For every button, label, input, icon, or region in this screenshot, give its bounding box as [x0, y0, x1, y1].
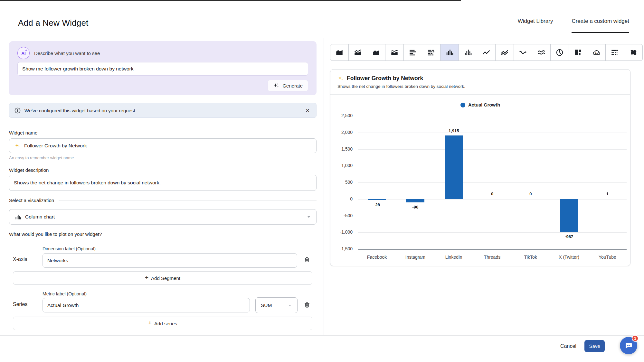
widget-name-label: Widget name [9, 130, 37, 135]
gold-sparkle-icon [337, 75, 344, 81]
pivot-table-icon [611, 48, 619, 57]
bar-value-label: -96 [402, 205, 428, 209]
toolbar-item-stacked-column-chart[interactable] [459, 44, 477, 60]
add-segment-label: Add Segment [151, 275, 180, 281]
chat-bubble-icon [624, 341, 633, 350]
metric-input[interactable] [43, 298, 250, 312]
toolbar-item-area-chart[interactable] [330, 44, 349, 60]
toolbar-item-stacked-horizontal-bar-chart[interactable] [422, 44, 440, 60]
chevron-down-icon [288, 303, 292, 307]
ai-prompt-input[interactable] [17, 62, 308, 76]
wave-area-chart-icon [390, 48, 399, 57]
toolbar-item-wave-area-chart[interactable] [385, 44, 404, 60]
tab-widget-library[interactable]: Widget Library [518, 18, 553, 32]
toolbar-item-horizontal-bar-chart[interactable] [404, 44, 422, 60]
y-axis-tick-label: -1,000 [331, 229, 353, 235]
toolbar-item-word-cloud[interactable]: Aa [587, 44, 606, 60]
gold-sparkle-icon [14, 143, 20, 149]
bar-value-label: 1,915 [441, 128, 467, 133]
info-icon [14, 107, 21, 114]
aggregation-select[interactable]: SUM [255, 297, 298, 313]
ai-badge-icon: AI [17, 47, 30, 59]
close-icon[interactable]: ✕ [304, 106, 311, 115]
y-axis-tick-label: 2,500 [331, 113, 353, 118]
toolbar-item-pie-chart[interactable] [551, 44, 569, 60]
y-axis-tick-label: 0 [331, 196, 353, 201]
spline-chart-icon [519, 48, 527, 57]
delete-series-button[interactable] [304, 302, 310, 308]
plot-rows-divider [9, 290, 317, 290]
gridline [358, 166, 627, 166]
toolbar-item-spline-chart[interactable] [514, 44, 532, 60]
widget-description-input[interactable] [9, 175, 317, 191]
gridline [358, 133, 627, 133]
x-axis-category-label: YouTube [589, 255, 626, 260]
toolbar-item-pivot-table[interactable] [606, 44, 624, 60]
add-segment-button[interactable]: + Add Segment [13, 271, 312, 285]
trash-icon [304, 302, 310, 308]
bar-YouTube [598, 199, 617, 199]
y-axis-tick-label: 2,000 [331, 130, 353, 135]
stacked-horizontal-bar-chart-icon [427, 48, 435, 57]
y-axis-tick-label: 500 [331, 180, 353, 185]
visualization-select[interactable]: Column chart [9, 209, 317, 225]
chevron-down-icon [307, 215, 311, 219]
chart-plot-area: Actual Growth 2,5002,0001,5001,0005000-5… [330, 95, 630, 266]
add-series-button[interactable]: + Add series [13, 317, 312, 330]
map-chart-icon [629, 48, 638, 57]
chart-type-toolbar: Aa [330, 44, 643, 61]
page-title: Add a New Widget [18, 18, 89, 28]
trash-icon [304, 256, 310, 263]
add-widget-page: Add a New Widget Widget Library Create a… [0, 0, 644, 362]
chart-subtitle: Shows the net change in followers broken… [337, 84, 623, 89]
bar-value-label: -987 [556, 234, 582, 239]
x-axis-category-label: X (Twitter) [550, 255, 588, 260]
toolbar-item-filled-area-chart[interactable] [367, 44, 385, 60]
info-banner-text: We've configured this widget based on yo… [24, 108, 300, 113]
toolbar-item-column-chart[interactable] [440, 44, 459, 60]
sparkle-icon [25, 49, 27, 51]
series-row-label: Series [13, 302, 27, 307]
plot-question-label: What would you like to plot on your widg… [9, 231, 102, 237]
save-button[interactable]: Save [584, 340, 605, 352]
stacked-area-chart-icon [354, 48, 362, 57]
toolbar-item-treemap-chart[interactable] [569, 44, 587, 60]
tab-create-custom-widget[interactable]: Create a custom widget [572, 18, 629, 33]
widget-name-field[interactable] [9, 138, 317, 153]
x-axis-category-label: Facebook [358, 255, 396, 260]
info-banner: We've configured this widget based on yo… [9, 103, 317, 118]
bar-value-label: 0 [518, 191, 544, 196]
plus-icon: + [148, 320, 152, 327]
gridline [358, 232, 627, 233]
word-cloud-icon: Aa [592, 48, 601, 57]
delete-dimension-button[interactable] [304, 256, 310, 263]
bar-value-label: -28 [364, 202, 390, 207]
cancel-button[interactable]: Cancel [558, 340, 579, 352]
bar-Facebook [368, 199, 386, 200]
y-axis-tick-label: -500 [331, 213, 353, 218]
generate-button[interactable]: Generate [268, 80, 308, 91]
toolbar-item-map-chart[interactable] [624, 44, 642, 60]
chart-legend: Actual Growth [330, 102, 630, 107]
aggregation-value: SUM [261, 302, 272, 308]
chart-title: Follower Growth by Network [347, 75, 423, 82]
sparkles-icon [273, 82, 279, 89]
column-chart-icon [445, 48, 454, 57]
bar-value-label: 0 [479, 191, 505, 196]
dimension-label: Dimension label (Optional) [43, 246, 96, 251]
x-axis-category-label: Instagram [397, 255, 434, 260]
plus-icon: + [145, 274, 148, 281]
x-axis-category-label: TikTok [512, 255, 549, 260]
toolbar-item-line-chart[interactable] [477, 44, 496, 60]
toolbar-item-multi-spline-chart[interactable] [532, 44, 551, 60]
dimension-input[interactable] [43, 253, 297, 268]
bar-X (Twitter) [560, 199, 578, 232]
gridline [358, 216, 627, 216]
metric-label: Metric label (Optional) [43, 291, 87, 296]
toolbar-item-stacked-area-chart[interactable] [349, 44, 367, 60]
gridline [358, 199, 627, 200]
gridline [358, 149, 627, 150]
widget-name-input[interactable] [24, 143, 311, 149]
toolbar-item-multi-line-chart[interactable] [496, 44, 514, 60]
ai-prompt-label: Describe what you want to see [34, 51, 100, 56]
